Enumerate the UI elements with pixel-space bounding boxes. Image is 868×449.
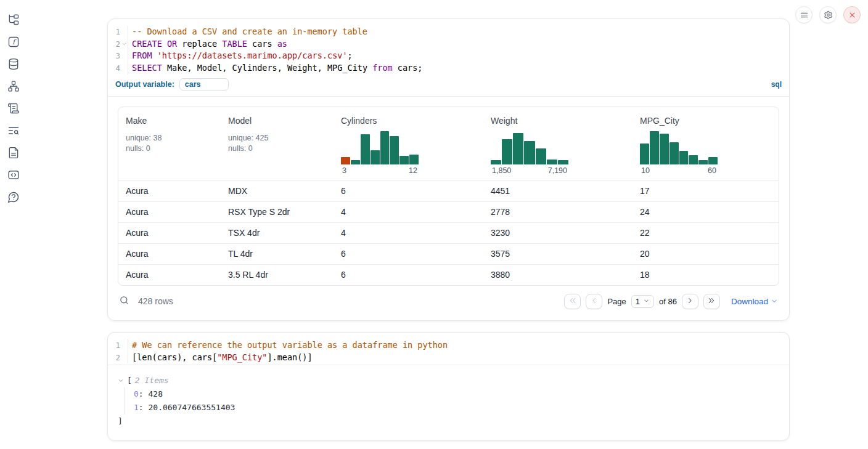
tree-collapse-chevron-icon[interactable] <box>118 378 124 384</box>
datasources-icon[interactable] <box>7 58 20 70</box>
notebook-area: 1-- Download a CSV and create an in-memo… <box>107 18 790 441</box>
tree-close-bracket: ] <box>118 415 779 428</box>
editor-gutter: 4 <box>108 62 128 75</box>
column-stats: unique: 38nulls: 0 <box>126 133 213 154</box>
code-text: FROM 'https://datasets.marimo.app/cars.c… <box>128 50 353 62</box>
code-line: 1# We can reference the output variable … <box>108 339 789 352</box>
prev-page-button[interactable] <box>586 294 602 309</box>
chevron-down-icon <box>643 297 650 306</box>
histogram-axis-labels: 312 <box>341 166 419 175</box>
tree-item: 0: 428 <box>134 387 779 401</box>
table-row[interactable]: AcuraRSX Type S 2dr4277824 <box>118 201 779 222</box>
histogram-bar <box>708 157 718 164</box>
search-button[interactable] <box>119 295 129 307</box>
code-line: 2CREATE OR replace TABLE cars as <box>108 38 789 51</box>
code-line: 2[len(cars), cars["MPG_City"].mean()] <box>108 352 789 364</box>
topbar-controls <box>795 6 861 23</box>
code-text: # We can reference the output variable a… <box>128 339 448 352</box>
column-stats: unique: 425nulls: 0 <box>228 133 326 154</box>
histogram-bar <box>341 157 350 164</box>
table-cell: 6 <box>334 181 483 201</box>
table-cell: 4451 <box>483 181 633 201</box>
page-select-value: 1 <box>636 297 640 306</box>
pagination: Page 1 of 86 <box>564 294 720 309</box>
column-title[interactable]: Cylinders <box>341 116 377 126</box>
table-cell: 3880 <box>483 265 633 285</box>
column-histogram: 1,8507,190 <box>491 131 568 175</box>
column-title[interactable]: MPG_City <box>640 116 679 126</box>
last-page-button[interactable] <box>703 294 720 309</box>
settings-button[interactable] <box>819 6 837 23</box>
close-icon <box>848 10 857 20</box>
histogram-bar <box>513 133 523 164</box>
table-cell: 6 <box>334 244 483 264</box>
line-number: 4 <box>108 62 120 75</box>
sql-editor[interactable]: 1-- Download a CSV and create an in-memo… <box>108 19 789 76</box>
code-text: SELECT Make, Model, Cylinders, Weight, M… <box>128 62 422 75</box>
column-title[interactable]: Make <box>126 116 147 126</box>
histogram-axis-labels: 1060 <box>640 166 718 175</box>
table-cell: Acura <box>118 244 221 264</box>
table-row[interactable]: Acura3.5 RL 4dr6388018 <box>118 264 779 285</box>
column-header: Modelunique: 425nulls: 0 <box>221 107 334 180</box>
column-header: MPG_City1060 <box>633 107 779 180</box>
documentation-icon[interactable] <box>7 147 20 159</box>
histogram-bar <box>380 131 390 164</box>
table-row[interactable]: AcuraTL 4dr6357520 <box>118 243 779 264</box>
variables-icon[interactable]: f <box>7 36 20 48</box>
table-cell: Acura <box>118 223 221 243</box>
shutdown-button[interactable] <box>843 6 861 23</box>
fold-spacer <box>120 339 128 352</box>
editor-gutter: 2 <box>108 352 128 364</box>
code-text: [len(cars), cars["MPG_City"].mean()] <box>128 352 313 364</box>
notebook-menu-button[interactable] <box>795 6 813 23</box>
page-select[interactable]: 1 <box>631 295 654 308</box>
table-row[interactable]: AcuraTSX 4dr4323022 <box>118 222 779 243</box>
column-title[interactable]: Model <box>228 116 252 126</box>
dependency-graph-icon[interactable] <box>7 80 20 92</box>
histogram-bar <box>371 150 380 164</box>
scratchpad-icon[interactable] <box>7 102 20 115</box>
table-footer: 428 rows Page 1 of 86 <box>118 286 779 310</box>
table-cell: 4 <box>334 202 483 222</box>
table-cell: MDX <box>221 181 334 201</box>
fold-chevron-icon[interactable] <box>120 38 128 51</box>
histogram-bar <box>558 160 568 164</box>
output-variable-row: Output variable: cars sql <box>108 76 789 96</box>
python-editor[interactable]: 1# We can reference the output variable … <box>108 333 789 365</box>
first-page-button[interactable] <box>564 294 581 309</box>
table-cell: 3.5 RL 4dr <box>221 265 334 285</box>
file-explorer-icon[interactable] <box>7 14 20 26</box>
column-title[interactable]: Weight <box>491 116 517 126</box>
code-line: 1-- Download a CSV and create an in-memo… <box>108 26 789 38</box>
help-icon[interactable] <box>7 191 20 203</box>
table-cell: 3230 <box>483 223 633 243</box>
line-number: 1 <box>108 26 120 38</box>
table-cell: Acura <box>118 265 221 285</box>
output-variable-input[interactable]: cars <box>179 78 229 91</box>
table-cell: 3575 <box>483 244 633 264</box>
column-histogram: 1060 <box>640 131 718 175</box>
table-cell: Acura <box>118 202 221 222</box>
logs-icon[interactable] <box>7 124 20 137</box>
histogram-bar <box>660 134 669 164</box>
tree-children: 0: 4281: 20.060747663551403 <box>124 387 779 415</box>
tree-item-value: : 20.060747663551403 <box>139 403 235 412</box>
fold-spacer <box>120 50 128 62</box>
histogram-bar <box>547 160 557 164</box>
histogram-bar <box>361 134 370 164</box>
tree-open-bracket: [ <box>127 374 132 387</box>
table-row[interactable]: AcuraMDX6445117 <box>118 180 779 201</box>
chevrons-right-icon <box>707 296 716 307</box>
download-button[interactable]: Download <box>731 297 778 306</box>
chevron-right-icon <box>686 296 694 307</box>
histogram-bar <box>698 160 708 164</box>
search-icon <box>119 295 129 307</box>
table-cell: Acura <box>118 181 221 201</box>
tree-item-index: 1 <box>134 403 139 412</box>
snippets-icon[interactable] <box>7 169 20 181</box>
table-cell: 17 <box>633 181 779 201</box>
fold-spacer <box>120 26 128 38</box>
next-page-button[interactable] <box>682 294 698 309</box>
language-badge[interactable]: sql <box>771 80 782 89</box>
